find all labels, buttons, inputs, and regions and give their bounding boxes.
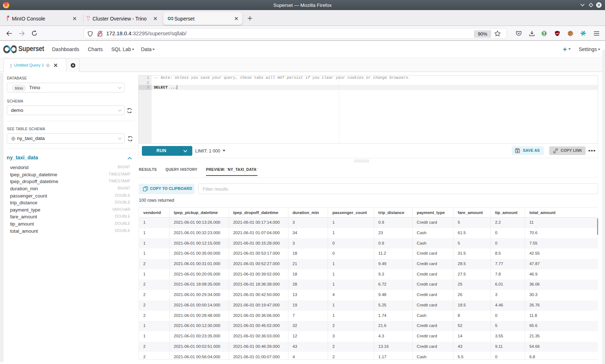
svg-text:uO: uO [556,32,559,35]
